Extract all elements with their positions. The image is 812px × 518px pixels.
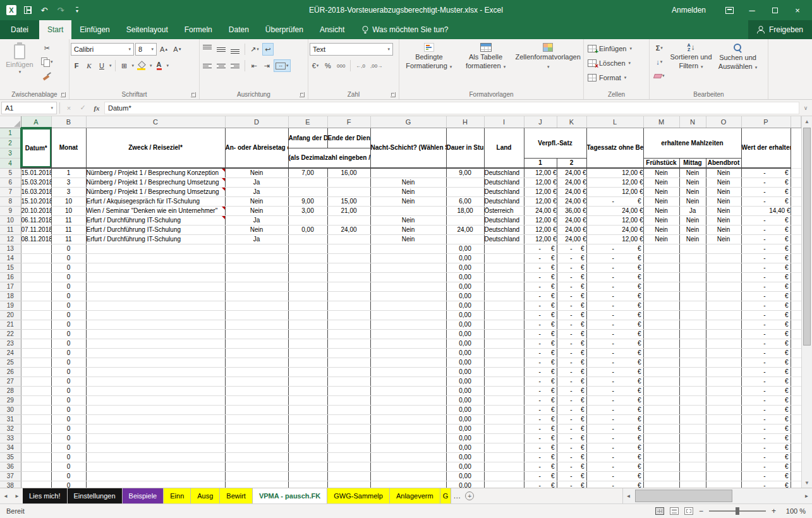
column-header-E[interactable]: E xyxy=(288,116,327,128)
cell-E[interactable] xyxy=(288,291,327,301)
cell-styles-button[interactable]: Zellenformatvorlagen ▾ xyxy=(514,40,582,88)
cell-G[interactable]: Nein xyxy=(370,196,446,206)
scroll-left-arrow[interactable]: ◄ xyxy=(623,488,634,503)
cell-F[interactable]: 21,00 xyxy=(327,206,370,215)
table-header-cell[interactable]: Dauer in Stunden xyxy=(446,128,484,168)
cell-D[interactable] xyxy=(225,376,288,386)
cell-J[interactable]: -€ xyxy=(524,348,557,358)
cut-button[interactable]: ✂ xyxy=(39,42,55,54)
cell-K[interactable]: -€ xyxy=(557,263,586,272)
cell-C[interactable] xyxy=(86,376,225,386)
sign-in-button[interactable]: Anmelden xyxy=(672,6,706,15)
cell-G[interactable]: Nein xyxy=(370,225,446,234)
excel-app-icon[interactable]: X xyxy=(6,5,16,15)
cell-L[interactable]: -€ xyxy=(586,339,643,348)
cell-L[interactable]: -€ xyxy=(586,452,643,462)
cell-G[interactable] xyxy=(370,310,446,320)
cell-O[interactable]: Nein xyxy=(706,225,741,234)
cell-I[interactable] xyxy=(484,244,524,253)
cell-C[interactable] xyxy=(86,272,225,282)
cell-O[interactable] xyxy=(706,358,741,367)
scroll-up-arrow[interactable]: ▲ xyxy=(802,116,812,126)
cell-D[interactable] xyxy=(225,291,288,301)
cell-H[interactable]: 0,00 xyxy=(446,301,484,310)
cell-A[interactable] xyxy=(21,386,51,395)
underline-button[interactable]: U xyxy=(96,59,107,72)
cell-P[interactable]: -€ xyxy=(741,168,791,178)
cell-M[interactable] xyxy=(643,339,679,348)
row-header-32[interactable]: 32 xyxy=(0,424,21,433)
cell-O[interactable] xyxy=(706,433,741,443)
cell-M[interactable] xyxy=(643,424,679,433)
cell-C[interactable] xyxy=(86,339,225,348)
cell-D[interactable] xyxy=(225,414,288,424)
cell-F[interactable] xyxy=(327,376,370,386)
cell-E[interactable] xyxy=(288,481,327,488)
cell-E[interactable]: 9,00 xyxy=(288,196,327,206)
cell-C[interactable] xyxy=(86,263,225,272)
cell-M[interactable]: Nein xyxy=(643,178,679,187)
cell-K[interactable]: 24,00 € xyxy=(557,168,586,178)
row-header-36[interactable]: 36 xyxy=(0,462,21,471)
vertical-scrollbar[interactable]: ▲ ▼ xyxy=(801,116,812,488)
cell-M[interactable] xyxy=(643,291,679,301)
cell-J[interactable]: 12,00 € xyxy=(524,234,557,244)
row-header-35[interactable]: 35 xyxy=(0,452,21,462)
cell-F[interactable] xyxy=(327,481,370,488)
cell-I[interactable] xyxy=(484,395,524,405)
cell-F[interactable] xyxy=(327,234,370,244)
cell-E[interactable] xyxy=(288,329,327,339)
row-header-6[interactable]: 6 xyxy=(0,178,21,187)
sheet-tab-ausg[interactable]: Ausg xyxy=(191,488,220,503)
cell-J[interactable]: -€ xyxy=(524,367,557,376)
save-button[interactable] xyxy=(23,6,33,14)
cell-C[interactable] xyxy=(86,462,225,471)
cell-K[interactable]: -€ xyxy=(557,433,586,443)
cell-D[interactable] xyxy=(225,263,288,272)
cell-B[interactable]: 0 xyxy=(51,310,86,320)
cell-J[interactable]: 12,00 € xyxy=(524,225,557,234)
cell-M[interactable]: Nein xyxy=(643,187,679,196)
cell-L[interactable]: 24,00 € xyxy=(586,225,643,234)
cell-E[interactable] xyxy=(288,395,327,405)
cell-H[interactable]: 0,00 xyxy=(446,358,484,367)
row-header-8[interactable]: 8 xyxy=(0,196,21,206)
cell-O[interactable] xyxy=(706,414,741,424)
cell-L[interactable]: -€ xyxy=(586,481,643,488)
row-header-1[interactable]: 1 xyxy=(0,128,21,138)
cell-O[interactable] xyxy=(706,272,741,282)
cell-A[interactable]: 08.11.2018 xyxy=(21,234,51,244)
cell-E[interactable] xyxy=(288,178,327,187)
table-header-cell[interactable]: (als Dezimalzahl eingeben / 08:15 = 8,25… xyxy=(288,148,370,168)
cell-C[interactable]: Erfurt / Durchführung IT-Schulung xyxy=(86,215,225,225)
cell-H[interactable]: 0,00 xyxy=(446,424,484,433)
cell-G[interactable] xyxy=(370,424,446,433)
cell-O[interactable] xyxy=(706,462,741,471)
cell-H[interactable]: 0,00 xyxy=(446,433,484,443)
cell-D[interactable] xyxy=(225,481,288,488)
cell-L[interactable]: 24,00 € xyxy=(586,206,643,215)
cell-O[interactable] xyxy=(706,282,741,291)
fill-color-button[interactable] xyxy=(135,59,148,72)
cell-E[interactable] xyxy=(288,443,327,452)
cell-J[interactable]: -€ xyxy=(524,376,557,386)
table-header-cell[interactable]: Frühstück xyxy=(643,158,679,168)
insert-function-button[interactable]: fx xyxy=(90,104,103,112)
cell-K[interactable]: -€ xyxy=(557,462,586,471)
row-header-10[interactable]: 10 xyxy=(0,215,21,225)
copy-button[interactable]: ▾ xyxy=(39,56,55,68)
cell-N[interactable] xyxy=(679,339,706,348)
cell-E[interactable] xyxy=(288,310,327,320)
find-select-button[interactable]: Suchen und Auswählen ▾ xyxy=(715,40,761,88)
font-color-button[interactable]: A xyxy=(154,59,165,72)
cell-H[interactable]: 0,00 xyxy=(446,405,484,414)
cell-O[interactable] xyxy=(706,263,741,272)
cell-P[interactable]: -€ xyxy=(741,405,791,414)
cell-A[interactable] xyxy=(21,244,51,253)
cell-G[interactable] xyxy=(370,462,446,471)
cell-K[interactable]: -€ xyxy=(557,320,586,329)
zoom-slider-thumb[interactable] xyxy=(736,507,739,515)
cell-P[interactable]: -€ xyxy=(741,452,791,462)
decrease-indent-button[interactable]: ⇤ xyxy=(248,59,260,72)
cell-O[interactable] xyxy=(706,443,741,452)
